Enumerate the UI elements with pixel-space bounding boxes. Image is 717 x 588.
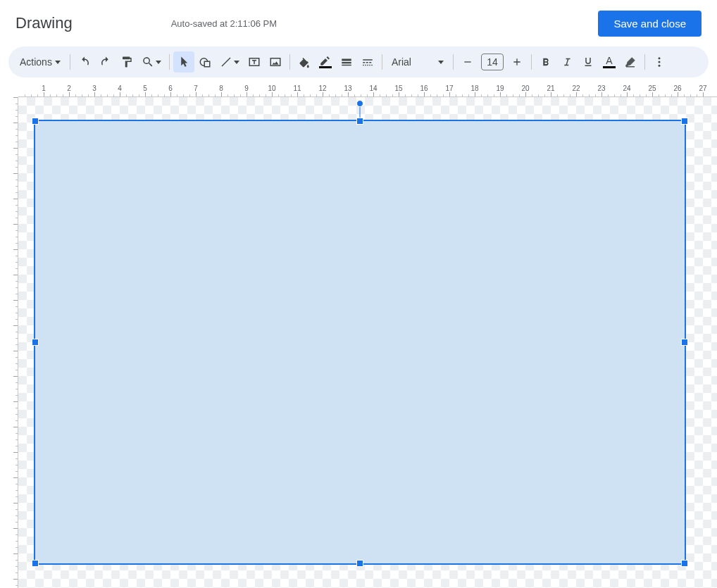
- drawing-canvas[interactable]: [18, 97, 717, 588]
- border-color-button[interactable]: [315, 51, 336, 73]
- ruler-h-label: 18: [470, 85, 478, 92]
- toolbar: Actions: [8, 46, 709, 77]
- undo-icon: [78, 56, 91, 68]
- line-icon: [220, 56, 232, 68]
- rotate-handle[interactable]: [356, 100, 363, 107]
- selected-rectangle-shape[interactable]: [34, 120, 686, 565]
- chevron-down-icon: [55, 61, 61, 64]
- ruler-h-label: 9: [244, 85, 249, 92]
- save-and-close-button[interactable]: Save and close: [598, 11, 702, 37]
- ruler-h-label: 10: [268, 85, 275, 92]
- ruler-h-label: 13: [344, 85, 351, 92]
- svg-point-5: [658, 65, 660, 67]
- fill-color-button[interactable]: [294, 51, 315, 73]
- shape-tool-button[interactable]: [194, 51, 216, 73]
- ruler-h-label: 22: [572, 85, 580, 92]
- resize-handle-middle-right[interactable]: [681, 339, 688, 346]
- plus-icon: [511, 56, 523, 68]
- bold-button[interactable]: [535, 51, 556, 73]
- line-weight-icon: [340, 56, 353, 68]
- paint-bucket-icon: [298, 56, 311, 68]
- svg-rect-0: [204, 61, 210, 67]
- border-weight-button[interactable]: [336, 51, 357, 73]
- dialog-title: Drawing: [15, 14, 73, 32]
- svg-point-4: [658, 61, 660, 63]
- resize-handle-top-right[interactable]: [681, 118, 688, 125]
- ruler-h-label: 11: [293, 85, 301, 92]
- autosave-status: Auto-saved at 2:11:06 PM: [171, 18, 277, 29]
- undo-button[interactable]: [74, 51, 95, 73]
- font-size-input[interactable]: [481, 54, 504, 70]
- text-color-a-icon: A: [606, 56, 612, 65]
- more-options-button[interactable]: [649, 51, 670, 73]
- select-tool-button[interactable]: [173, 51, 194, 73]
- vertical-ruler[interactable]: [0, 97, 18, 588]
- increase-font-size-button[interactable]: [506, 51, 528, 73]
- workspace: 1234567891011121314151617181920212223242…: [0, 85, 717, 588]
- ruler-h-label: 15: [394, 85, 402, 92]
- resize-handle-bottom-left[interactable]: [32, 560, 39, 567]
- text-color-button[interactable]: A: [599, 51, 620, 73]
- zoom-button[interactable]: [137, 51, 166, 73]
- ruler-h-label: 16: [420, 85, 428, 92]
- ruler-h-label: 20: [521, 85, 529, 92]
- italic-button[interactable]: [556, 51, 578, 73]
- pencil-icon: [319, 56, 332, 65]
- minus-icon: [462, 56, 473, 68]
- border-dash-button[interactable]: [357, 51, 378, 73]
- chevron-down-icon: [156, 61, 161, 64]
- cursor-icon: [177, 56, 190, 68]
- image-icon: [269, 56, 282, 68]
- dialog-header: Drawing Auto-saved at 2:11:06 PM Save an…: [0, 0, 717, 39]
- shape-icon: [199, 56, 211, 68]
- paint-format-button[interactable]: [116, 51, 137, 73]
- line-dash-icon: [361, 56, 374, 68]
- ruler-h-label: 2: [67, 85, 71, 92]
- ruler-h-label: 23: [597, 85, 605, 92]
- ruler-h-label: 1: [42, 85, 46, 92]
- ruler-h-label: 26: [673, 85, 681, 92]
- ruler-h-label: 24: [623, 85, 630, 92]
- highlight-color-button[interactable]: [620, 51, 641, 73]
- underline-icon: [582, 56, 594, 68]
- chevron-down-icon: [234, 61, 239, 64]
- horizontal-ruler[interactable]: 1234567891011121314151617181920212223242…: [18, 85, 717, 97]
- image-tool-button[interactable]: [265, 51, 286, 73]
- ruler-h-label: 17: [445, 85, 453, 92]
- ruler-h-label: 25: [648, 85, 656, 92]
- ruler-h-label: 6: [168, 85, 173, 92]
- redo-icon: [99, 56, 112, 68]
- more-vertical-icon: [653, 56, 666, 68]
- ruler-h-label: 8: [219, 85, 223, 92]
- bold-icon: [540, 56, 552, 68]
- line-tool-button[interactable]: [216, 51, 244, 73]
- decrease-font-size-button[interactable]: [457, 51, 478, 73]
- ruler-h-label: 27: [699, 85, 706, 92]
- ruler-h-label: 19: [496, 85, 504, 92]
- ruler-h-label: 21: [547, 85, 554, 92]
- textbox-icon: [248, 56, 261, 68]
- ruler-h-label: 3: [92, 85, 96, 92]
- chevron-down-icon: [438, 61, 444, 64]
- ruler-h-label: 12: [318, 85, 326, 92]
- paint-roller-icon: [120, 56, 133, 68]
- ruler-h-label: 4: [118, 85, 122, 92]
- italic-icon: [561, 56, 573, 68]
- redo-button[interactable]: [95, 51, 116, 73]
- ruler-h-label: 14: [369, 85, 377, 92]
- resize-handle-bottom-right[interactable]: [681, 560, 688, 567]
- svg-point-3: [658, 57, 660, 59]
- resize-handle-middle-left[interactable]: [32, 339, 39, 346]
- resize-handle-bottom-middle[interactable]: [356, 560, 363, 567]
- actions-menu-button[interactable]: Actions: [14, 51, 66, 73]
- resize-handle-top-left[interactable]: [32, 118, 39, 125]
- highlighter-icon: [624, 56, 637, 68]
- resize-handle-top-middle[interactable]: [356, 118, 363, 125]
- zoom-icon: [142, 56, 154, 68]
- ruler-h-label: 7: [194, 85, 198, 92]
- underline-button[interactable]: [578, 51, 599, 73]
- ruler-h-label: 5: [143, 85, 147, 92]
- font-family-selector[interactable]: Arial: [386, 51, 449, 73]
- textbox-tool-button[interactable]: [244, 51, 265, 73]
